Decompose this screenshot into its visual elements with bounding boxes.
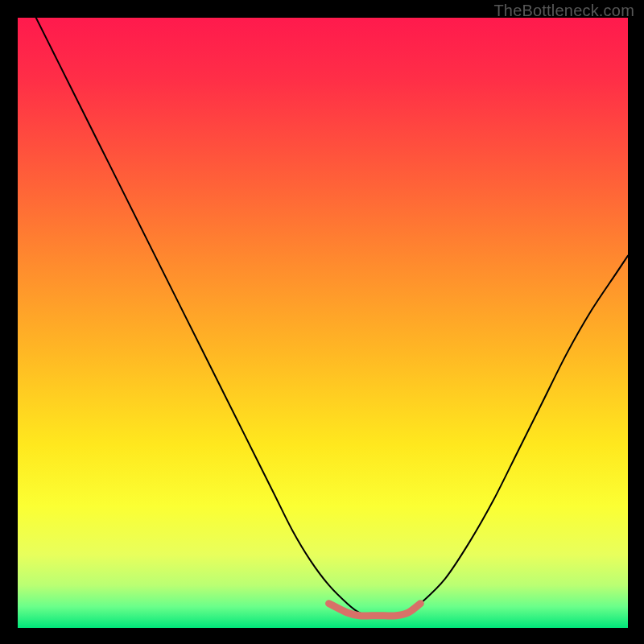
chart-svg [18,18,628,628]
chart-frame: TheBottleneck.com [0,0,644,644]
watermark-text: TheBottleneck.com [493,2,634,20]
chart-plot [18,18,628,628]
gradient-background [18,18,628,628]
